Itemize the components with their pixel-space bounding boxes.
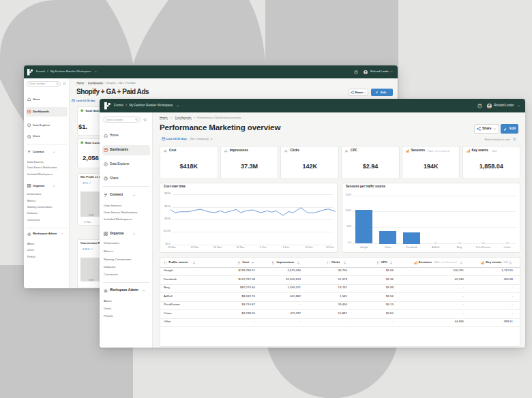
svg-text:?: ?	[479, 104, 481, 108]
